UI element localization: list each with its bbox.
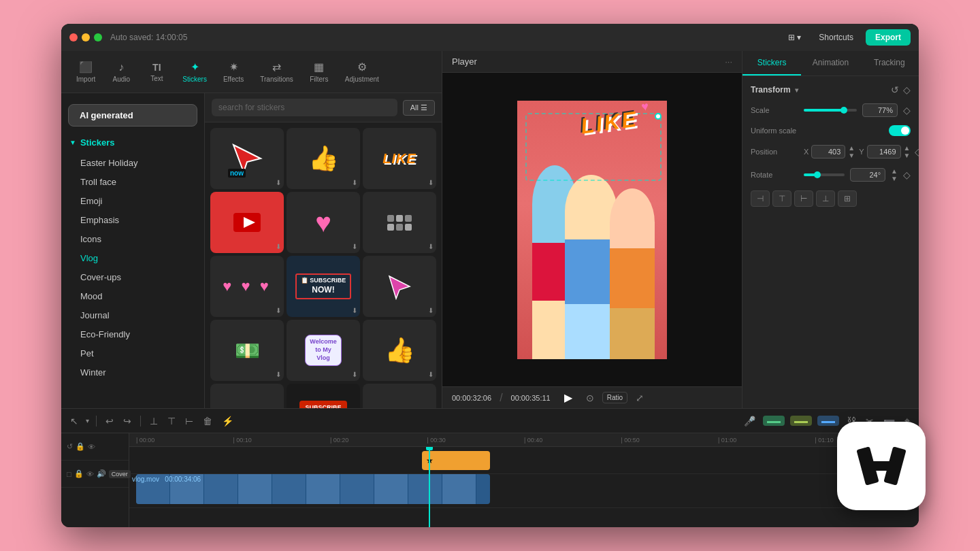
screenshot-button[interactable]: ⊙ xyxy=(586,393,594,403)
video-track-eye-icon[interactable]: 👁 xyxy=(86,470,94,478)
player-options-button[interactable]: ··· xyxy=(725,56,732,67)
undo-button[interactable]: ↩ xyxy=(103,414,116,429)
delete-button[interactable]: 🗑 xyxy=(201,414,214,429)
sticker-item-thumbs-beige[interactable]: 👍 ⬇ xyxy=(363,320,436,381)
uniform-scale-toggle[interactable] xyxy=(889,125,911,136)
category-emoji[interactable]: Emoji xyxy=(67,192,199,210)
category-icons[interactable]: Icons xyxy=(67,230,199,248)
align-right-button[interactable]: ⊢ xyxy=(794,190,813,207)
tab-animation[interactable]: Animation xyxy=(801,51,860,76)
reset-transform-button[interactable]: ↺ xyxy=(891,84,899,95)
track-eye-icon[interactable]: 👁 xyxy=(88,443,95,451)
toolbar-text[interactable]: TI Text xyxy=(140,58,173,86)
category-easter[interactable]: Easter Holiday xyxy=(67,154,199,172)
blue-tool[interactable]: ▬▬ xyxy=(817,416,839,426)
category-mood[interactable]: Mood xyxy=(67,287,199,305)
split-button[interactable]: ⊥ xyxy=(148,414,160,429)
category-vlog[interactable]: Vlog xyxy=(67,249,199,267)
category-coverups[interactable]: Cover-ups xyxy=(67,268,199,286)
sticker-item-subscribe-now[interactable]: SUBSCRIBENOW! ⬇ xyxy=(287,384,360,408)
stickers-section-toggle[interactable]: ▼ Stickers xyxy=(61,132,204,153)
search-input[interactable] xyxy=(212,99,397,116)
flip-v-button[interactable]: ⊤ xyxy=(772,190,791,207)
sticker-item-like[interactable]: LIKE ⬇ xyxy=(363,128,436,189)
category-emphasis[interactable]: Emphasis xyxy=(67,211,199,229)
sticker-item-money[interactable]: 💵 ⬇ xyxy=(210,320,284,381)
scale-input[interactable] xyxy=(862,103,898,117)
sticker-item-welcome-vlog[interactable]: Welcometo MyVlog ⬇ xyxy=(287,320,360,381)
mic-button[interactable]: 🎤 xyxy=(742,414,757,429)
shortcuts-button[interactable]: Shortcuts xyxy=(813,30,859,45)
sticker-item-heart[interactable]: ♥ ⬇ xyxy=(287,192,360,253)
track-loop-icon[interactable]: ↺ xyxy=(67,442,73,451)
tab-tracking[interactable]: Tracking xyxy=(860,51,919,76)
rotate-keyframe-button[interactable]: ◇ xyxy=(903,169,911,180)
flip-h-button[interactable]: ⊣ xyxy=(751,190,770,207)
trim-button[interactable]: ⊢ xyxy=(183,414,195,429)
redo-button[interactable]: ↪ xyxy=(121,414,133,429)
sticker-item-thanks[interactable]: THANKS ⬇ xyxy=(363,384,436,408)
toolbar-import[interactable]: ⬛ Import xyxy=(69,56,102,87)
toolbar-filters[interactable]: ▦ Filters xyxy=(303,56,336,87)
sticker-item-cursor[interactable]: now ⬇ xyxy=(210,128,284,189)
current-time: 00:00:32:06 xyxy=(452,394,491,402)
thumb-5 xyxy=(272,474,306,504)
sticker-item-subscribe[interactable]: 📋 SUBSCRIBENOW! ⬇ xyxy=(287,256,360,317)
sticker-item-youtube[interactable]: ⬇ xyxy=(210,192,284,253)
toolbar-effects[interactable]: ✷ Effects xyxy=(216,56,250,87)
category-ecofriendly[interactable]: Eco-Friendly xyxy=(67,325,199,344)
ratio-button[interactable]: Ratio xyxy=(602,392,627,403)
position-keyframe-button[interactable]: ◇◇ xyxy=(915,146,919,157)
sticker-item-phone[interactable]: ⬇ xyxy=(363,192,436,253)
scale-slider[interactable] xyxy=(804,109,857,112)
scale-keyframe-button[interactable]: ◇ xyxy=(903,105,911,116)
video-track-audio-icon[interactable]: 🔊 xyxy=(97,469,106,478)
rotate-input[interactable] xyxy=(850,168,885,182)
crop-button[interactable]: ⊤ xyxy=(165,414,178,429)
tab-stickers[interactable]: Stickers xyxy=(742,51,801,76)
category-journal[interactable]: Journal xyxy=(67,306,199,324)
uniform-scale-row: Uniform scale xyxy=(751,125,911,136)
all-filter-button[interactable]: All ☰ xyxy=(403,100,435,116)
rotate-slider[interactable] xyxy=(804,173,845,176)
video-track-icon[interactable]: □ xyxy=(67,470,71,478)
category-pet[interactable]: Pet xyxy=(67,344,199,363)
ai-generated-button[interactable]: AI generated xyxy=(68,104,197,127)
export-button[interactable]: Export xyxy=(866,29,911,46)
sticker-item-thumbsup[interactable]: 👍 ⬇ xyxy=(287,128,360,189)
rotate-up[interactable]: ▲▼ xyxy=(891,167,898,182)
green-tool-1[interactable]: ▬▬ xyxy=(763,416,785,426)
toolbar-audio[interactable]: ♪ Audio xyxy=(105,57,137,87)
cover-button[interactable]: Cover xyxy=(109,470,131,478)
green-tool-2[interactable]: ▬▬ xyxy=(790,416,812,426)
effect-button[interactable]: ⚡ xyxy=(220,414,235,429)
grid-view-button[interactable]: ⊞ ▾ xyxy=(783,30,806,45)
video-track-lock-icon[interactable]: 🔒 xyxy=(74,469,84,478)
fullscreen-button[interactable]: ⤢ xyxy=(636,393,644,403)
category-troll[interactable]: Troll face xyxy=(67,173,199,191)
play-button[interactable]: ▶ xyxy=(564,391,572,404)
toolbar-stickers[interactable]: ✦ Stickers xyxy=(176,56,214,87)
timeline-cursor[interactable] xyxy=(429,447,430,527)
sticker-item-byebye[interactable]: BYE - BYE ⬇ xyxy=(210,384,284,408)
transform-diamond-button[interactable]: ◇ xyxy=(903,84,911,95)
position-x-input[interactable] xyxy=(811,145,845,158)
pos-x-up[interactable]: ▲▼ xyxy=(848,144,855,159)
sticker-track-item[interactable]: ★ xyxy=(422,451,490,470)
category-winter[interactable]: Winter xyxy=(67,363,199,382)
download-icon-6: ⬇ xyxy=(428,243,434,250)
toolbar-transitions[interactable]: ⇄ Transitions xyxy=(253,56,300,87)
pos-y-up[interactable]: ▲▼ xyxy=(904,144,911,159)
toolbar-adjustment[interactable]: ⚙ Adjustment xyxy=(338,56,386,87)
position-x-field: X ▲▼ xyxy=(804,144,855,159)
minimize-button[interactable] xyxy=(82,33,90,41)
align-bottom-button[interactable]: ⊥ xyxy=(816,190,835,207)
select-tool-button[interactable]: ↖ xyxy=(68,414,80,429)
sticker-item-cursor-pink[interactable]: ⬇ xyxy=(363,256,436,317)
position-y-input[interactable] xyxy=(867,145,901,158)
close-button[interactable] xyxy=(69,33,78,41)
sticker-item-hearts-row[interactable]: ♥ ♥ ♥ ⬇ xyxy=(210,256,284,317)
maximize-button[interactable] xyxy=(94,33,102,41)
align-center-button[interactable]: ⊞ xyxy=(838,190,857,207)
track-lock-icon[interactable]: 🔒 xyxy=(76,442,85,451)
